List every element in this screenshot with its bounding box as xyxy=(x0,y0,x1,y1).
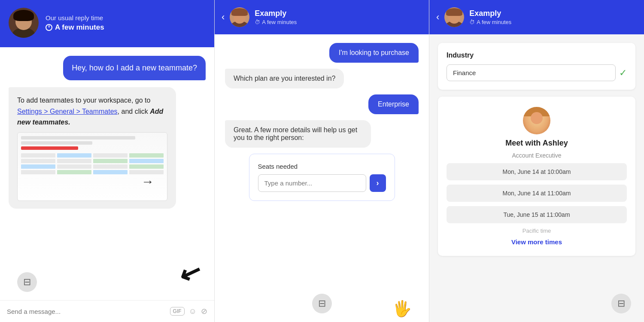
panel-2: ‹ Examply ⏱ A few minutes I'm looking to… xyxy=(215,0,429,322)
back-button[interactable]: ‹ xyxy=(222,12,225,23)
meet-title: Meet with Ashley xyxy=(505,139,568,148)
chat-body: Hey, how do I add a new teammate? To add… xyxy=(0,47,214,300)
time-slot-3[interactable]: Tue, June 15 at 11:00am xyxy=(447,206,627,223)
panel-1: Our usual reply time A few minutes Hey, … xyxy=(0,0,215,322)
chat-icon: ⊟ xyxy=(23,276,31,288)
screenshot-preview: → xyxy=(17,132,167,201)
bot-text-after: , and click xyxy=(118,108,150,115)
meet-avatar xyxy=(523,107,550,134)
seats-label: Seats needed xyxy=(258,163,386,170)
bot-link[interactable]: Settings > General > Teammates xyxy=(17,108,118,115)
check-icon: ✓ xyxy=(619,67,627,79)
emoji-icon[interactable]: ☺ xyxy=(189,307,197,316)
bot-bubble-2a: Which plan are you interested in? xyxy=(225,69,344,88)
seats-input[interactable] xyxy=(258,174,366,192)
seats-submit-button[interactable]: › xyxy=(370,174,386,192)
chat-icon-button[interactable]: ⊟ xyxy=(17,272,37,292)
seats-card: Seats needed › xyxy=(249,154,395,201)
avatar-small xyxy=(230,7,249,27)
clock-icon-3: ⏱ xyxy=(469,19,475,25)
chat-icon-button-2[interactable]: ⊟ xyxy=(312,294,332,313)
panel-3: ‹ Examply ⏱ A few minutes Industry Finan… xyxy=(429,0,644,322)
chat-body-2: I'm looking to purchase Which plan are y… xyxy=(215,34,429,322)
panel-2-header: ‹ Examply ⏱ A few minutes xyxy=(215,0,429,34)
chat-icon-3: ⊟ xyxy=(617,298,625,309)
gif-button[interactable]: GIF xyxy=(170,307,185,316)
clock-icon xyxy=(46,24,52,31)
time-slot-1[interactable]: Mon, June 14 at 10:00am xyxy=(447,163,627,180)
reply-time: A few minutes xyxy=(46,23,104,32)
panel-1-header: Our usual reply time A few minutes xyxy=(0,0,214,47)
bot-text-before: To add teammates to your workspace, go t… xyxy=(17,97,150,104)
reply-label: Our usual reply time xyxy=(46,14,104,21)
time-slot-2[interactable]: Mon, June 14 at 11:00am xyxy=(447,185,627,202)
bot-bubble-2b: Great. A few more details will help us g… xyxy=(225,120,371,148)
meet-card: Meet with Ashley Account Executive Mon, … xyxy=(438,97,635,256)
company-name-3: Examply xyxy=(469,9,511,18)
chat-icon-2: ⊟ xyxy=(318,298,326,309)
panel-1-footer: GIF ☺ ⊘ xyxy=(0,300,214,322)
user-bubble-1: Hey, how do I add a new teammate? xyxy=(63,56,206,80)
timezone-label: Pacific time xyxy=(522,228,551,234)
attach-icon[interactable]: ⊘ xyxy=(201,307,207,316)
message-input[interactable] xyxy=(7,308,166,315)
industry-select-row: Finance ✓ xyxy=(447,64,627,81)
chat-icon-button-3[interactable]: ⊟ xyxy=(611,294,631,313)
header-text: Our usual reply time A few minutes xyxy=(46,14,104,32)
panel-3-header-info: Examply ⏱ A few minutes xyxy=(469,9,511,25)
industry-card: Industry Finance ✓ xyxy=(438,43,635,90)
view-more-times-link[interactable]: View more times xyxy=(511,238,562,246)
mock-arrow: → xyxy=(141,171,154,192)
avatar-small-3 xyxy=(444,7,464,27)
avatar xyxy=(9,8,39,38)
reply-small: ⏱ A few minutes xyxy=(255,19,297,25)
panel-3-content: Industry Finance ✓ Meet with Ashley Acco… xyxy=(429,34,644,322)
industry-label: Industry xyxy=(447,52,627,59)
reply-small-3: ⏱ A few minutes xyxy=(469,19,511,25)
clock-icon-small: ⏱ xyxy=(255,19,260,25)
back-button-3[interactable]: ‹ xyxy=(436,12,439,23)
meet-subtitle: Account Executive xyxy=(512,152,561,159)
user-bubble-2b: Enterprise xyxy=(368,94,419,114)
panel-3-header: ‹ Examply ⏱ A few minutes xyxy=(429,0,644,34)
company-name: Examply xyxy=(255,9,297,18)
panel-2-header-info: Examply ⏱ A few minutes xyxy=(255,9,297,25)
industry-select[interactable]: Finance xyxy=(447,64,616,81)
user-bubble-2a: I'm looking to purchase xyxy=(329,43,419,63)
bot-bubble-1: To add teammates to your workspace, go t… xyxy=(9,87,176,209)
seats-input-row: › xyxy=(258,174,386,192)
